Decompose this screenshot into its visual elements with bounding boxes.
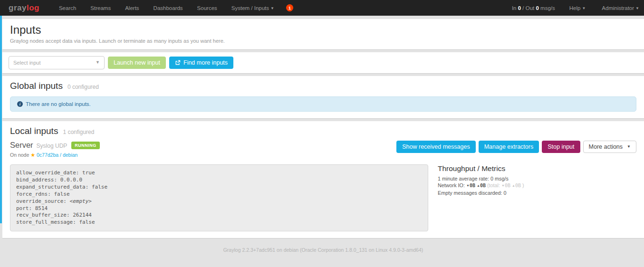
nav-item-system-inputs[interactable]: System / Inputs▼ [224, 5, 281, 11]
network-total-prefix: (total: [487, 182, 500, 188]
show-received-messages-button[interactable]: Show received messages [396, 141, 475, 153]
chevron-down-icon: ▼ [582, 6, 586, 10]
leader-star-icon: ★ [30, 152, 35, 158]
node-prefix: On node [10, 152, 29, 158]
config-line: force_rdns: false [16, 191, 422, 198]
version-footer: Graylog 2.2.3+7adc951 on debian (Oracle … [2, 241, 644, 259]
input-type-select-placeholder: Select input [13, 60, 40, 66]
throughput-metrics: Throughput / Metrics 1 minute average ra… [438, 164, 524, 231]
input-identity: Server Syslog UDP RUNNING On node ★ 0c77… [10, 141, 100, 158]
arrow-down-icon: ▼ [466, 184, 470, 187]
graylog-logo[interactable]: graylog [9, 3, 39, 13]
input-config-well: allow_override_date: truebind_address: 0… [10, 164, 428, 231]
user-menu-label: Administrator [602, 5, 634, 11]
config-line: expand_structured_data: false [16, 184, 422, 191]
network-total: (total: ▼0B ▲0B ) [487, 182, 524, 188]
config-line: store_full_message: false [16, 219, 422, 226]
global-inputs-count: 0 configured [67, 84, 99, 90]
more-actions-label: More actions [589, 143, 623, 150]
chevron-down-icon: ▼ [270, 6, 274, 10]
page-header-panel: Inputs Graylog nodes accept data via inp… [2, 19, 644, 49]
input-row: Server Syslog UDP RUNNING On node ★ 0c77… [10, 141, 636, 158]
input-type: Syslog UDP [37, 143, 67, 149]
metric-rate-line: 1 minute average rate: 0 msg/s [438, 175, 524, 182]
page-description: Graylog nodes accept data via inputs. La… [10, 38, 636, 44]
network-total-suffix: ) [522, 182, 524, 188]
nav-item-search[interactable]: Search [52, 5, 83, 11]
throughput-out-label: / Out [522, 5, 534, 11]
local-inputs-count: 1 configured [63, 129, 94, 135]
logo-text-log: log [27, 3, 39, 12]
status-badge: RUNNING [71, 142, 100, 149]
nav-menu: Search Streams Alerts Dashboards Sources… [52, 4, 293, 11]
config-line: override_source: <empty> [16, 198, 422, 205]
launch-new-input-button[interactable]: Launch new input [108, 57, 166, 69]
nav-item-dashboards[interactable]: Dashboards [146, 5, 190, 11]
no-global-inputs-alert: i There are no global inputs. [10, 96, 636, 112]
node-link[interactable]: 0c77d2ba / debian [37, 152, 77, 158]
global-inputs-title: Global inputs [10, 81, 63, 91]
input-actions: Show received messages Manage extractors… [396, 141, 636, 153]
global-inputs-panel: Global inputs 0 configured i There are n… [2, 76, 644, 118]
user-menu[interactable]: Administrator▼ [600, 5, 641, 11]
logo-text-gray: gray [9, 3, 27, 12]
notification-badge[interactable]: 1 [286, 4, 293, 11]
input-type-select[interactable]: Select input ▼ [9, 56, 105, 69]
nav-right-group: In 0 / Out 0 msg/s Help▼ Administrator▼ [512, 5, 644, 11]
network-total-up: 0B [515, 183, 521, 188]
arrow-up-icon: ▲ [477, 184, 480, 187]
arrow-up-icon: ▲ [512, 184, 515, 187]
throughput-in-value: 0 [518, 5, 521, 11]
nav-item-system-inputs-label: System / Inputs [231, 5, 269, 11]
global-inputs-header: Global inputs 0 configured [10, 81, 636, 91]
find-more-inputs-button[interactable]: Find more inputs [169, 57, 233, 69]
metrics-title: Throughput / Metrics [438, 164, 524, 173]
input-name: Server [10, 141, 33, 150]
network-total-down: 0B [505, 183, 510, 188]
arrow-down-icon: ▼ [501, 184, 505, 187]
config-line: recv_buffer_size: 262144 [16, 212, 422, 219]
local-inputs-header: Local inputs 1 configured [10, 126, 636, 136]
input-detail-row: allow_override_date: truebind_address: 0… [10, 164, 636, 231]
config-line: allow_override_date: true [16, 170, 422, 177]
nav-item-sources[interactable]: Sources [190, 5, 224, 11]
launch-input-panel: Select input ▼ Launch new input Find mor… [2, 52, 644, 73]
help-menu[interactable]: Help▼ [567, 5, 588, 11]
local-inputs-title: Local inputs [10, 126, 58, 136]
find-more-inputs-label: Find more inputs [183, 59, 228, 66]
info-icon: i [17, 101, 23, 107]
config-line: port: 8514 [16, 205, 422, 212]
network-up-value: 0B [480, 183, 486, 188]
metric-empty-line: Empty messages discarded: 0 [438, 190, 524, 196]
window-edge-stripe [0, 16, 2, 223]
chevron-down-icon: ▼ [96, 60, 100, 65]
chevron-down-icon: ▼ [635, 6, 639, 10]
page-title: Inputs [10, 23, 636, 37]
node-line: On node ★ 0c77d2ba / debian [10, 152, 100, 158]
manage-extractors-button[interactable]: Manage extractors [479, 141, 539, 153]
no-global-inputs-text: There are no global inputs. [26, 101, 91, 107]
network-down-value: 0B [470, 183, 475, 188]
throughput-indicator: In 0 / Out 0 msg/s [512, 5, 555, 11]
help-menu-label: Help [569, 5, 581, 11]
local-inputs-panel: Local inputs 1 configured Server Syslog … [2, 121, 644, 238]
nav-item-streams[interactable]: Streams [83, 5, 118, 11]
throughput-in-label: In [512, 5, 517, 11]
metric-network-line: Network IO: ▼0B ▲0B (total: ▼0B ▲0B ) [438, 182, 524, 190]
chevron-down-icon: ▼ [627, 144, 631, 149]
nav-item-alerts[interactable]: Alerts [118, 5, 146, 11]
network-io-label: Network IO: [438, 182, 465, 188]
top-navbar: graylog Search Streams Alerts Dashboards… [0, 0, 644, 16]
page-content: Inputs Graylog nodes accept data via inp… [0, 16, 644, 259]
throughput-unit: msg/s [540, 5, 555, 11]
more-actions-button[interactable]: More actions▼ [583, 141, 636, 153]
config-line: bind_address: 0.0.0.0 [16, 177, 422, 184]
external-link-icon [175, 60, 181, 66]
throughput-out-value: 0 [536, 5, 538, 11]
stop-input-button[interactable]: Stop input [542, 141, 580, 153]
